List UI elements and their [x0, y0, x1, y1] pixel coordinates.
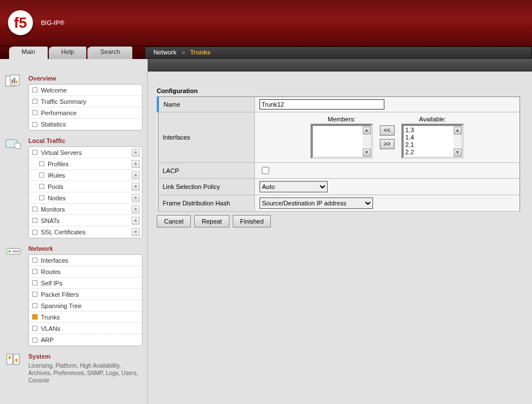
nav-title-system[interactable]: System — [28, 352, 143, 362]
expand-icon[interactable]: + — [132, 171, 140, 179]
svg-rect-2 — [11, 79, 13, 83]
label-lacp: LACP — [158, 163, 254, 179]
sidebar-item-performance[interactable]: Performance — [29, 107, 142, 119]
expand-icon[interactable]: + — [132, 228, 140, 236]
sidebar-item-snats[interactable]: SNATs+ — [29, 215, 142, 226]
nav-section-overview: Overview Welcome Traffic Summary Perform… — [0, 71, 147, 134]
finished-button[interactable]: Finished — [233, 215, 271, 228]
svg-rect-9 — [12, 250, 19, 253]
expand-icon[interactable]: + — [132, 205, 140, 213]
sidebar-item-packet-filters[interactable]: Packet Filters — [29, 289, 142, 300]
sidebar-item-self-ips[interactable]: Self IPs — [29, 277, 142, 289]
sidebar-item-profiles[interactable]: Profiles+ — [29, 158, 142, 170]
sidebar-item-pools[interactable]: Pools+ — [29, 181, 142, 192]
available-listbox[interactable]: ▲ ▼ 1.3 1.4 2.1 2.2 — [401, 124, 464, 159]
form-title: Configuration — [157, 87, 523, 96]
sidebar-item-trunks[interactable]: Trunks — [29, 312, 142, 323]
config-form: Name Interfaces Members: ▲ ▼ — [157, 96, 520, 212]
top-banner: f5 BIG-IP® — [0, 0, 532, 47]
sidebar-item-label: Performance — [41, 110, 140, 116]
tab-help[interactable]: Help — [49, 47, 87, 59]
f5-logo: f5 — [8, 10, 33, 35]
tab-bar: Main Help Search Network » Trunks — [0, 47, 532, 59]
sidebar-item-label: SSL Certificates — [41, 229, 132, 235]
system-description: Licensing, Platform, High Availability, … — [28, 362, 143, 384]
sidebar-item-label: Monitors — [41, 206, 132, 213]
sidebar-item-label: iRules — [48, 172, 132, 179]
shuttle-left-button[interactable]: << — [380, 125, 395, 136]
network-icon — [5, 244, 23, 259]
sidebar-item-label: Statistics — [41, 121, 140, 128]
sidebar-item-statistics[interactable]: Statistics — [29, 119, 142, 130]
sidebar-item-interfaces[interactable]: Interfaces — [29, 255, 142, 266]
members-listbox[interactable]: ▲ ▼ — [311, 124, 373, 159]
list-item[interactable]: 2.1 — [405, 141, 452, 149]
expand-icon[interactable]: + — [132, 194, 140, 202]
nav-title-local-traffic: Local Traffic — [28, 136, 143, 146]
sidebar-item-routes[interactable]: Routes — [29, 266, 142, 277]
scroll-up-icon[interactable]: ▲ — [454, 127, 462, 134]
sidebar-item-vlans[interactable]: VLANs — [29, 323, 142, 334]
svg-rect-4 — [16, 81, 18, 83]
scroll-down-icon[interactable]: ▼ — [363, 149, 371, 157]
svg-rect-3 — [14, 78, 15, 83]
nav-title-network: Network — [28, 244, 143, 254]
list-item[interactable]: 1.3 — [405, 127, 452, 134]
link-selection-select[interactable]: Auto — [259, 181, 328, 192]
sidebar-item-label: Profiles — [48, 161, 132, 167]
scroll-up-icon[interactable]: ▲ — [363, 127, 371, 134]
sidebar-item-label: Pools — [48, 183, 132, 190]
scroll-down-icon[interactable]: ▼ — [454, 149, 462, 157]
breadcrumb-separator: » — [178, 49, 188, 56]
sidebar-item-arp[interactable]: ARP — [29, 334, 142, 346]
sidebar-item-monitors[interactable]: Monitors+ — [29, 204, 142, 215]
sidebar-item-label: Welcome — [41, 87, 140, 94]
list-item[interactable]: 1.4 — [405, 134, 452, 141]
local-traffic-icon — [5, 136, 23, 151]
nav-title-overview: Overview — [28, 74, 143, 84]
expand-icon[interactable]: + — [132, 149, 140, 157]
sidebar-item-traffic-summary[interactable]: Traffic Summary — [29, 96, 142, 107]
label-link-selection: Link Selection Policy — [158, 179, 254, 195]
name-input[interactable] — [259, 99, 384, 110]
svg-point-8 — [9, 250, 11, 253]
svg-rect-13 — [15, 359, 18, 362]
sidebar-item-label: Traffic Summary — [41, 98, 140, 105]
breadcrumb-current: Trunks — [190, 49, 211, 56]
sidebar-item-label: SNATs — [41, 217, 132, 224]
sidebar: Overview Welcome Traffic Summary Perform… — [0, 71, 148, 404]
sidebar-item-ssl-certificates[interactable]: SSL Certificates+ — [29, 226, 142, 238]
sidebar-item-label: VLANs — [41, 325, 140, 332]
cancel-button[interactable]: Cancel — [157, 215, 191, 228]
list-item[interactable]: 2.2 — [405, 149, 452, 156]
sidebar-item-spanning-tree[interactable]: Spanning Tree — [29, 300, 142, 312]
sidebar-item-irules[interactable]: iRules+ — [29, 170, 142, 181]
sidebar-item-label: Interfaces — [41, 257, 140, 264]
expand-icon[interactable]: + — [132, 160, 140, 168]
sidebar-item-label: Packet Filters — [41, 291, 140, 298]
expand-icon[interactable]: + — [132, 183, 140, 191]
nav-section-network: Network Interfaces Routes Self IPs Packe… — [0, 242, 147, 350]
available-header: Available: — [419, 116, 446, 124]
sidebar-item-label: Nodes — [48, 195, 132, 201]
sidebar-item-virtual-servers[interactable]: Virtual Servers+ — [29, 147, 142, 158]
tab-search[interactable]: Search — [87, 47, 132, 59]
action-buttons: Cancel Repeat Finished — [157, 212, 523, 228]
sub-bar — [0, 59, 532, 71]
nav-section-system: System Licensing, Platform, High Availab… — [0, 350, 147, 388]
expand-icon[interactable]: + — [132, 217, 140, 225]
sidebar-item-welcome[interactable]: Welcome — [29, 85, 142, 96]
breadcrumb-section: Network — [153, 49, 176, 56]
system-icon — [5, 352, 23, 367]
sidebar-item-label: ARP — [41, 336, 140, 343]
tab-main[interactable]: Main — [9, 47, 48, 59]
sidebar-item-label: Virtual Servers — [41, 149, 132, 156]
frame-dist-select[interactable]: Source/Destination IP address — [259, 197, 373, 209]
repeat-button[interactable]: Repeat — [194, 215, 229, 228]
sidebar-item-label: Routes — [41, 268, 140, 275]
lacp-checkbox[interactable] — [262, 167, 269, 174]
sidebar-item-label: Spanning Tree — [41, 302, 140, 309]
shuttle-right-button[interactable]: >> — [380, 139, 395, 149]
members-header: Members: — [328, 116, 355, 124]
sidebar-item-nodes[interactable]: Nodes+ — [29, 192, 142, 204]
